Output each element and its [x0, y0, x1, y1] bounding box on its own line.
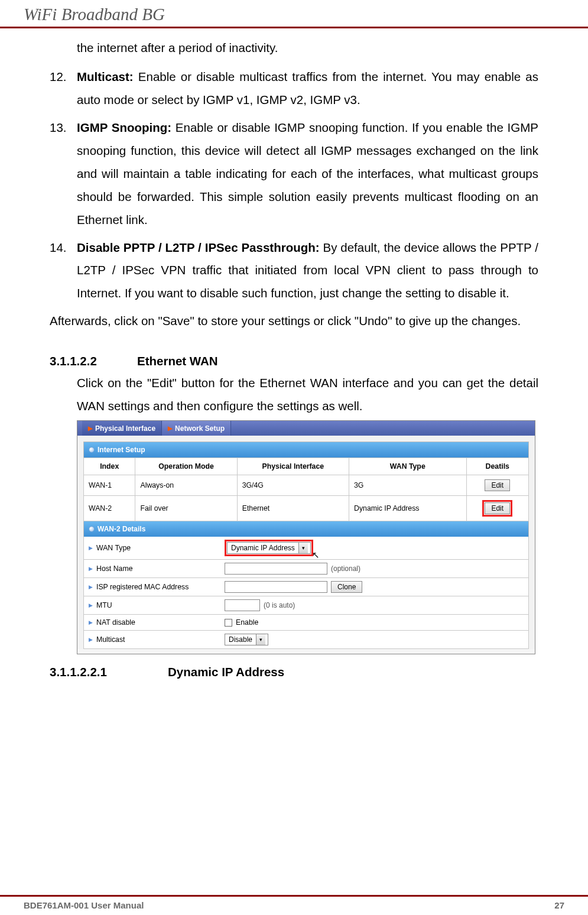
- wan-type-highlight: Dynamic IP Address▾ ↖: [225, 540, 313, 556]
- col-index: Index: [84, 458, 135, 475]
- detail-row-nat-disable: ▶NAT disable Enable: [83, 615, 529, 631]
- select-value: Disable: [229, 635, 252, 644]
- disc-icon: [89, 526, 95, 532]
- tab-label: Network Setup: [175, 424, 225, 433]
- table-header-row: Index Operation Mode Physical Interface …: [84, 458, 529, 475]
- detail-row-host-name: ▶Host Name (optional): [83, 560, 529, 578]
- mtu-input[interactable]: [225, 599, 260, 611]
- col-phys: Physical Interface: [237, 458, 349, 475]
- cell-phys: 3G/4G: [237, 475, 349, 496]
- optional-note: (optional): [331, 564, 360, 573]
- footer-left: BDE761AM-001 User Manual: [24, 900, 144, 910]
- wan-type-select[interactable]: Dynamic IP Address▾: [227, 542, 311, 554]
- panel-title: Internet Setup: [98, 446, 145, 454]
- cell-wtype: Dynamic IP Address: [349, 496, 467, 521]
- doc-header-title: WiFi Broadband BG: [24, 5, 564, 24]
- chevron-down-icon: ▾: [298, 543, 308, 553]
- detail-row-mtu: ▶MTU (0 is auto): [83, 596, 529, 615]
- cell-wtype: 3G: [349, 475, 467, 496]
- disc-icon: [89, 447, 95, 453]
- tab-physical-interface[interactable]: ▶Physical Interface: [82, 421, 162, 436]
- detail-label: WAN Type: [96, 544, 131, 552]
- col-details: Deatils: [466, 458, 528, 475]
- detail-label: Host Name: [96, 564, 133, 573]
- col-wtype: WAN Type: [349, 458, 467, 475]
- select-value: Dynamic IP Address: [231, 544, 295, 552]
- hostname-input[interactable]: [225, 563, 327, 575]
- list-number: 14.: [50, 236, 77, 306]
- triangle-icon: ▶: [89, 566, 93, 572]
- mtu-note: (0 is auto): [264, 601, 295, 609]
- afterwards-text: Afterwards, click on "Save" to store you…: [50, 310, 538, 333]
- subsection-number: 3.1.1.2.2.1: [50, 665, 168, 679]
- table-row: WAN-1 Always-on 3G/4G 3G Edit: [84, 475, 529, 496]
- edit-highlight-frame: Edit: [482, 500, 512, 517]
- list-item: 12. Multicast: Enable or disable multica…: [50, 66, 538, 112]
- cell-phys: Ethernet: [237, 496, 349, 521]
- detail-label: ISP registered MAC Address: [96, 583, 189, 591]
- embedded-screenshot: ▶Physical Interface ▶Network Setup Inter…: [77, 420, 535, 654]
- cell-index: WAN-2: [84, 496, 135, 521]
- triangle-icon: ▶: [89, 602, 93, 608]
- list-item: 13. IGMP Snooping: Enable or disable IGM…: [50, 116, 538, 232]
- panel-header-internet-setup: Internet Setup: [83, 442, 529, 458]
- page-footer: BDE761AM-001 User Manual 27: [0, 895, 588, 915]
- col-mode: Operation Mode: [135, 458, 237, 475]
- arrow-icon: ▶: [88, 425, 93, 431]
- cursor-icon: ↖: [312, 550, 320, 560]
- nat-checkbox[interactable]: [225, 619, 232, 627]
- list-body: IGMP Snooping: Enable or disable IGMP sn…: [77, 116, 538, 232]
- table-row: WAN-2 Fail over Ethernet Dynamic IP Addr…: [84, 496, 529, 521]
- list-bold: Disable PPTP / L2TP / IPSec Passthrough:: [77, 241, 320, 254]
- detail-label: NAT disable: [96, 618, 135, 627]
- section-number: 3.1.1.2.2: [50, 354, 137, 368]
- detail-row-multicast: ▶Multicast Disable▾: [83, 631, 529, 649]
- detail-label: Multicast: [96, 635, 125, 644]
- section-title: Ethernet WAN: [137, 354, 218, 368]
- list-item: 14. Disable PPTP / L2TP / IPSec Passthro…: [50, 236, 538, 306]
- section-intro: Click on the "Edit" button for the Ether…: [77, 372, 538, 418]
- edit-button[interactable]: Edit: [485, 502, 510, 514]
- tab-label: Physical Interface: [95, 424, 155, 433]
- chevron-down-icon: ▾: [256, 634, 265, 645]
- section-heading: 3.1.1.2.2 Ethernet WAN: [50, 354, 538, 368]
- tab-network-setup[interactable]: ▶Network Setup: [162, 421, 231, 436]
- clone-button[interactable]: Clone: [331, 581, 362, 593]
- triangle-icon: ▶: [89, 584, 93, 590]
- list-body: Multicast: Enable or disable multicast t…: [77, 66, 538, 112]
- arrow-icon: ▶: [168, 425, 173, 431]
- list-bold: Multicast:: [77, 70, 134, 83]
- panel-header-wan2-details: WAN-2 Details: [83, 521, 529, 537]
- multicast-select[interactable]: Disable▾: [225, 634, 268, 645]
- mac-input[interactable]: [225, 581, 327, 593]
- checkbox-label: Enable: [236, 618, 258, 627]
- subsection-heading: 3.1.1.2.2.1 Dynamic IP Address: [50, 665, 538, 679]
- list-bold: IGMP Snooping:: [77, 121, 171, 134]
- cell-mode: Always-on: [135, 475, 237, 496]
- detail-row-isp-mac: ▶ISP registered MAC Address Clone: [83, 578, 529, 596]
- list-text: Enable or disable multicast traffics fro…: [77, 70, 538, 106]
- list-text: Enable or disable IGMP snooping function…: [77, 121, 538, 226]
- panel-title: WAN-2 Details: [98, 525, 145, 533]
- detail-label: MTU: [96, 601, 112, 609]
- triangle-icon: ▶: [89, 545, 93, 551]
- list-number: 13.: [50, 116, 77, 232]
- footer-page-number: 27: [554, 900, 564, 910]
- triangle-icon: ▶: [89, 637, 93, 643]
- triangle-icon: ▶: [89, 619, 93, 625]
- wan-table: Index Operation Mode Physical Interface …: [83, 458, 529, 521]
- subsection-title: Dynamic IP Address: [168, 665, 284, 679]
- list-number: 12.: [50, 66, 77, 112]
- cell-index: WAN-1: [84, 475, 135, 496]
- edit-button[interactable]: Edit: [485, 479, 510, 491]
- cell-mode: Fail over: [135, 496, 237, 521]
- continuation-text: the internet after a period of inactivit…: [77, 37, 538, 60]
- detail-row-wan-type: ▶WAN Type Dynamic IP Address▾ ↖: [83, 537, 529, 560]
- list-body: Disable PPTP / L2TP / IPSec Passthrough:…: [77, 236, 538, 306]
